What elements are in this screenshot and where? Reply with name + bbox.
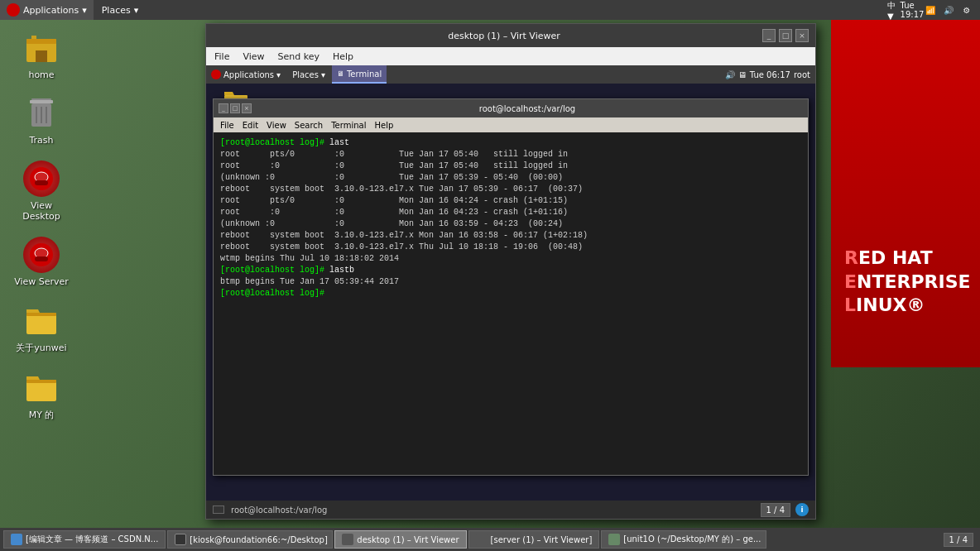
inner-places-label: Places <box>292 70 319 79</box>
term-cmd-0: last <box>329 138 349 147</box>
term-title: root@localhost:/var/log <box>252 104 803 113</box>
svg-rect-15 <box>35 256 48 261</box>
desktop-icon-view-server[interactable]: View Server <box>8 232 74 290</box>
taskbar-server1-label: [server (1) – Virt Viewer] <box>491 535 593 544</box>
inner-terminal-btn[interactable]: 🖥 Terminal <box>332 65 387 84</box>
top-panel: Applications ▾ Places ▾ 中▼ Tue 19:17 📶 🔊… <box>0 0 980 20</box>
inner-places-arrow: ▾ <box>321 70 325 79</box>
virt-page-indicator: 1 / 4 <box>761 503 790 517</box>
view-desktop-label: View Desktop <box>12 200 71 222</box>
svg-rect-2 <box>26 39 56 44</box>
virt-close-btn[interactable]: × <box>795 29 809 42</box>
unit10-icon <box>608 534 620 545</box>
desktop-icon-my[interactable]: MY 的 <box>8 364 74 424</box>
places-label: Places <box>102 5 131 16</box>
places-menu[interactable]: Places ▾ <box>95 0 146 20</box>
virt-menu-sendkey[interactable]: Send key <box>273 47 324 65</box>
view-server-label: View Server <box>14 276 69 287</box>
my-folder-label: MY 的 <box>29 409 55 421</box>
redhat-badge-desktop <box>23 161 60 197</box>
taskbar-unit10[interactable]: [unit1O (~/Desktop/MY 的) – ge... <box>601 530 766 549</box>
redhat-text: RED HAT ENTERPRISE LINUX® <box>844 247 971 318</box>
term-prompt-12: [root@localhost log]# <box>220 266 329 275</box>
virt-menu-file[interactable]: File <box>209 47 234 65</box>
term-menu-search[interactable]: Search <box>291 121 326 130</box>
view-desktop-icon <box>22 159 61 199</box>
rh-line1: ED HAT <box>858 247 933 268</box>
virt-info-btn[interactable]: i <box>795 503 809 516</box>
inner-panel: Applications ▾ Places ▾ 🖥 Terminal 🔊 🖥 <box>206 65 815 84</box>
term-restore-btn[interactable]: □ <box>230 103 240 113</box>
virt-window-controls: _ □ × <box>762 29 809 42</box>
taskbar-page-indicator: 1 / 4 <box>944 533 973 547</box>
desktop: Applications ▾ Places ▾ 中▼ Tue 19:17 📶 🔊… <box>0 0 980 551</box>
inner-time: Tue 06:17 <box>750 70 790 79</box>
taskbar-desktop1[interactable]: desktop (1) – Virt Viewer <box>334 530 466 549</box>
term-line-1: root pts/0 :0 Tue Jan 17 05:40 still log… <box>220 149 801 161</box>
virt-menu-help[interactable]: Help <box>328 47 358 65</box>
inner-places-menu[interactable]: Places ▾ <box>287 65 330 84</box>
rh-line2: NTERPRISE <box>857 271 971 292</box>
virt-minimize-btn[interactable]: _ <box>762 29 776 42</box>
term-line-5: root pts/0 :0 Mon Jan 16 04:24 - crash (… <box>220 195 801 207</box>
panel-right: 中▼ Tue 19:17 📶 🔊 ⚙ <box>887 3 980 17</box>
taskbar-browser[interactable]: [编辑文章 — 博客频道 – CSDN.N... <box>3 530 166 549</box>
term-close-btn[interactable]: × <box>242 103 252 113</box>
svg-marker-0 <box>31 36 36 39</box>
chinese-input-indicator[interactable]: 中▼ <box>887 3 901 17</box>
taskbar-kiosk[interactable]: [kiosk@foundation66:~/Desktop] <box>167 530 333 549</box>
svg-rect-4 <box>31 98 51 100</box>
trash-icon-label: Trash <box>29 135 53 146</box>
term-menu-file[interactable]: File <box>217 121 238 130</box>
term-line-6: root :0 :0 Mon Jan 16 04:23 - crash (1+0… <box>220 207 801 218</box>
svg-rect-18 <box>26 313 56 316</box>
term-line-12: [root@localhost log]# lastb <box>220 265 801 276</box>
term-cmd-12: lastb <box>329 266 354 275</box>
svg-rect-3 <box>36 50 47 62</box>
term-menu-bar: File Edit View Search Terminal Help <box>214 117 808 132</box>
clock: Tue 19:17 <box>906 3 919 17</box>
desktop-icon-home[interactable]: home <box>8 25 74 84</box>
terminal-window: _ □ × root@localhost:/var/log File Edit … <box>213 98 809 476</box>
desktop1-icon <box>342 534 353 545</box>
term-line-15: [root@localhost log]# <box>220 288 801 299</box>
term-menu-edit[interactable]: Edit <box>239 121 262 130</box>
about-yunwei-icon <box>22 300 61 340</box>
inner-terminal-label: Terminal <box>347 69 382 79</box>
term-menu-view[interactable]: View <box>263 121 290 130</box>
svg-marker-22 <box>224 92 234 95</box>
system-icon[interactable]: ⚙ <box>960 3 973 17</box>
taskbar: [编辑文章 — 博客频道 – CSDN.N... [kiosk@foundati… <box>0 528 980 551</box>
inner-apps-arrow: ▾ <box>276 70 281 79</box>
virt-menu-view[interactable]: View <box>238 47 269 65</box>
kiosk-terminal-icon <box>175 534 186 545</box>
applications-menu[interactable]: Applications ▾ <box>0 0 94 20</box>
inner-screen-icon: 🖥 <box>738 70 747 79</box>
desktop-icon-view-desktop[interactable]: View Desktop <box>8 156 74 225</box>
svg-rect-12 <box>35 180 48 185</box>
taskbar-kiosk-label: [kiosk@foundation66:~/Desktop] <box>190 535 328 544</box>
inner-applications-menu[interactable]: Applications ▾ <box>206 65 286 84</box>
desktop-icon-about-yunwei[interactable]: 关于yunwei <box>8 297 74 357</box>
svg-marker-19 <box>26 376 40 380</box>
browser-icon <box>11 534 22 545</box>
svg-rect-21 <box>26 380 56 383</box>
term-body[interactable]: [root@localhost log]# lastroot pts/0 :0 … <box>214 132 808 475</box>
term-minimize-btn[interactable]: _ <box>219 103 228 113</box>
desktop-icon-trash[interactable]: Trash <box>8 90 74 149</box>
term-menu-help[interactable]: Help <box>371 121 396 130</box>
home-icon-label: home <box>28 69 54 80</box>
places-arrow: ▾ <box>134 5 139 16</box>
term-menu-terminal[interactable]: Terminal <box>328 121 369 130</box>
rh-e: E <box>844 271 857 292</box>
virt-title: desktop (1) – Virt Viewer <box>246 31 762 41</box>
about-yunwei-label: 关于yunwei <box>16 342 66 354</box>
term-line-8: reboot system boot 3.10.0-123.el7.x Mon … <box>220 230 801 242</box>
virt-maximize-btn[interactable]: □ <box>779 29 792 42</box>
svg-marker-16 <box>26 309 40 313</box>
vm-content[interactable]: Applications ▾ Places ▾ 🖥 Terminal 🔊 🖥 <box>206 65 815 501</box>
term-window-controls: _ □ × <box>219 103 252 113</box>
view-server-icon <box>22 235 61 275</box>
term-line-11: wtmp begins Thu Jul 10 18:18:02 2014 <box>220 253 801 265</box>
taskbar-server1[interactable]: [server (1) – Virt Viewer] <box>468 530 600 549</box>
